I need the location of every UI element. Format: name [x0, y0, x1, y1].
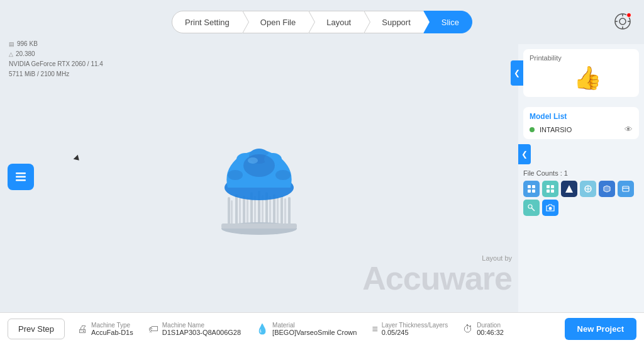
svg-line-51	[532, 208, 535, 212]
svg-point-34	[275, 170, 291, 180]
machine-type-item: 🖨 Machine Type AccuFab-D1s	[77, 322, 133, 336]
camera-button[interactable]	[542, 200, 558, 216]
duration-label: Duration	[477, 322, 504, 329]
svg-point-35	[248, 157, 258, 164]
tool-btn-2[interactable]	[542, 181, 558, 197]
status-info: 🖨 Machine Type AccuFab-D1s 🏷 Machine Nam…	[77, 322, 564, 336]
file-counts: File Counts : 1	[523, 169, 639, 177]
svg-rect-36	[528, 185, 531, 188]
svg-rect-10	[235, 194, 238, 229]
expand-button-1[interactable]: ❮	[511, 60, 523, 86]
machine-name-item: 🏷 Machine Name D1S1AP303-Q8A006G28	[148, 322, 241, 336]
material-value: [BEGO]VarseoSmile Crown	[272, 329, 357, 336]
machine-name-icon: 🏷	[148, 324, 158, 335]
svg-rect-41	[551, 185, 554, 188]
svg-rect-37	[532, 185, 535, 188]
step-support[interactable]: Support	[364, 11, 424, 33]
svg-marker-44	[565, 185, 573, 193]
tool-btn-7[interactable]	[523, 200, 540, 216]
clock-icon: ⏱	[463, 324, 473, 335]
layer-item: ≡ Layer Thickness/Layers 0.05/245	[372, 322, 448, 336]
material-label: Material	[272, 322, 357, 329]
model-3d	[190, 115, 328, 241]
svg-point-50	[528, 205, 532, 208]
svg-rect-27	[221, 223, 297, 229]
model-status-dot	[530, 127, 535, 132]
svg-rect-43	[551, 189, 554, 193]
prev-step-button[interactable]: Prev Step	[8, 319, 65, 339]
svg-rect-38	[528, 189, 531, 193]
tool-btn-5[interactable]	[599, 181, 615, 197]
machine-type-icon: 🖨	[77, 324, 87, 335]
printability-card: ❮ Printability 👍	[523, 49, 639, 97]
expand-button-area-2: ❮	[518, 144, 644, 164]
expand-button-2[interactable]: ❮	[518, 144, 531, 164]
layer-icon: ≡	[372, 324, 377, 335]
model-name: INTARSIO	[540, 126, 572, 133]
status-bar: Prev Step 🖨 Machine Type AccuFab-D1s 🏷 M…	[0, 312, 644, 345]
tool-btn-1[interactable]	[523, 181, 540, 197]
printability-title: Printability	[530, 54, 633, 62]
top-navigation: Print Setting Open File Layout Support S…	[0, 0, 644, 44]
tool-btn-6[interactable]	[618, 181, 634, 197]
material-item: 💧 Material [BEGO]VarseoSmile Crown	[256, 322, 357, 336]
right-panel: ❮ Printability 👍 Model List INTARSIO 👁 ❮…	[518, 44, 644, 312]
visibility-toggle[interactable]: 👁	[625, 125, 633, 134]
brand-watermark: Accuware	[362, 262, 512, 295]
machine-name-value: D1S1AP303-Q8A006G28	[162, 329, 241, 336]
model-list-title: Model List	[530, 112, 633, 121]
step-print-setting[interactable]: Print Setting	[172, 11, 243, 33]
duration-item: ⏱ Duration 00:46:32	[463, 322, 504, 336]
layer-value: 0.05/245	[382, 329, 448, 336]
svg-point-32	[243, 154, 275, 177]
step-layout[interactable]: Layout	[308, 11, 364, 33]
new-project-button[interactable]: New Project	[565, 318, 636, 340]
svg-rect-42	[547, 189, 550, 193]
watermark: Layout by Accuware	[362, 254, 512, 295]
tool-btn-3[interactable]	[561, 181, 577, 197]
svg-point-52	[549, 207, 552, 210]
svg-rect-48	[623, 186, 629, 191]
model-list-section: Model List INTARSIO 👁	[523, 107, 639, 139]
machine-type-label: Machine Type	[91, 322, 133, 329]
step-open-file[interactable]: Open File	[242, 11, 309, 33]
tool-icons-row	[523, 181, 639, 216]
svg-rect-39	[532, 189, 535, 193]
thumbs-up-icon: 👍	[530, 64, 633, 92]
layer-label: Layer Thickness/Layers	[382, 322, 448, 329]
duration-value: 00:46:32	[477, 329, 504, 336]
step-slice[interactable]: Slice	[423, 11, 472, 33]
tool-btn-4[interactable]	[580, 181, 596, 197]
machine-type-value: AccuFab-D1s	[91, 329, 133, 336]
model-list-item: INTARSIO 👁	[530, 125, 633, 134]
machine-name-label: Machine Name	[162, 322, 241, 329]
material-icon: 💧	[256, 323, 269, 335]
svg-point-33	[228, 170, 243, 180]
svg-rect-40	[547, 185, 550, 188]
